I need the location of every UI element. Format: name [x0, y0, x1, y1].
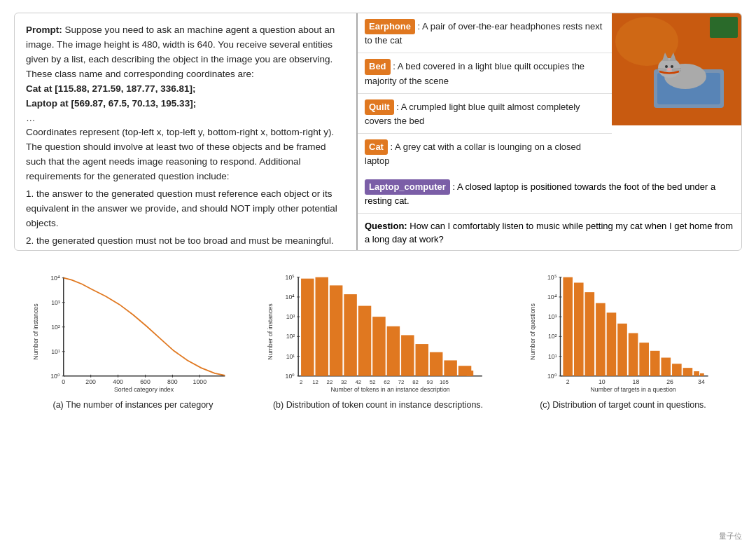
svg-rect-66 [444, 360, 456, 375]
svg-text:82: 82 [412, 379, 419, 385]
svg-text:10: 10 [598, 378, 606, 385]
svg-text:200: 200 [85, 378, 96, 385]
svg-rect-59 [344, 294, 356, 376]
svg-text:1000: 1000 [193, 378, 207, 385]
svg-rect-61 [372, 317, 385, 376]
laptop-row: Laptop_computer : A closed laptop is pos… [358, 174, 741, 214]
chart-b-svg: 10⁰ 10¹ 10² 10³ 10⁴ 10⁵ Number of instan… [259, 270, 497, 396]
rule-2: 2. the generated question must not be to… [26, 234, 345, 249]
cat-content: Cat : A grey cat with a collar is loungi… [358, 134, 612, 173]
cat-coords: Cat at [115.88, 271.59, 187.77, 336.81]; [26, 82, 345, 97]
svg-text:800: 800 [167, 378, 178, 385]
bed-row: Bed : A bed covered in a light blue quil… [358, 53, 612, 93]
svg-text:10¹: 10¹ [286, 353, 295, 360]
laptop-tag: Laptop_computer [365, 179, 450, 195]
svg-text:12: 12 [312, 379, 318, 385]
svg-text:0: 0 [62, 378, 65, 385]
svg-rect-99 [596, 303, 606, 376]
svg-point-10 [671, 65, 673, 68]
top-section: Prompt: Suppose you need to ask an machi… [14, 13, 742, 251]
svg-text:10⁴: 10⁴ [547, 294, 557, 301]
svg-text:2: 2 [566, 378, 570, 385]
svg-text:600: 600 [140, 378, 150, 385]
svg-text:22: 22 [327, 379, 333, 385]
svg-rect-62 [387, 326, 400, 376]
chart-a-svg: 10⁰ 10¹ 10² 10³ 10⁴ Number of instances … [14, 270, 252, 396]
chart-c-svg: 10⁰ 10¹ 10² 10³ 10⁴ 10⁵ Number of questi… [504, 270, 742, 396]
svg-text:34: 34 [698, 378, 705, 385]
cat-desc: : A grey cat with a collar is lounging o… [365, 142, 581, 166]
watermark: 量子位 [719, 531, 742, 541]
svg-rect-58 [330, 285, 342, 375]
svg-rect-102 [629, 333, 638, 376]
chart-b-caption: (b) Distribution of token count in insta… [266, 399, 490, 412]
svg-text:10⁰: 10⁰ [547, 373, 557, 380]
chart-c-box: 10⁰ 10¹ 10² 10³ 10⁴ 10⁵ Number of questi… [504, 270, 742, 396]
ellipsis: … [26, 111, 345, 126]
right-top: Earphone : A pair of over-the-ear headph… [358, 13, 741, 174]
svg-rect-68 [466, 371, 473, 376]
bed-content: Bed : A bed covered in a light blue quil… [358, 53, 612, 92]
svg-rect-109 [700, 373, 704, 376]
svg-rect-106 [672, 364, 682, 376]
svg-rect-3 [710, 17, 738, 38]
bed-desc: : A bed covered in a light blue quilt oc… [365, 61, 584, 85]
svg-rect-63 [401, 335, 414, 375]
svg-text:72: 72 [398, 379, 405, 385]
svg-text:10³: 10³ [51, 299, 60, 306]
svg-text:52: 52 [370, 379, 376, 385]
cat-scene-svg [612, 13, 741, 125]
cat-row: Cat : A grey cat with a collar is loungi… [358, 134, 612, 173]
svg-point-11 [667, 68, 671, 71]
svg-text:32: 32 [341, 379, 347, 385]
chart-c-container: 10⁰ 10¹ 10² 10³ 10⁴ 10⁵ Number of questi… [504, 270, 742, 412]
svg-rect-64 [416, 344, 428, 376]
svg-text:42: 42 [355, 379, 361, 385]
svg-text:Number of questions: Number of questions [529, 303, 536, 360]
chart-b-container: 10⁰ 10¹ 10² 10³ 10⁴ 10⁵ Number of instan… [259, 270, 497, 412]
svg-text:10⁰: 10⁰ [286, 373, 295, 380]
bed-tag: Bed [365, 59, 391, 74]
coords-desc: Coordinates represent (top-left x, top-l… [26, 125, 345, 184]
question-row: Question: How can I comfortably listen t… [358, 214, 741, 250]
svg-text:105: 105 [440, 379, 449, 385]
svg-text:10³: 10³ [548, 313, 557, 320]
svg-rect-96 [563, 277, 573, 376]
svg-rect-107 [683, 368, 693, 376]
svg-text:10⁰: 10⁰ [50, 373, 60, 380]
svg-text:93: 93 [427, 379, 433, 385]
prompt-text: Suppose you need to ask an machine agent… [26, 25, 335, 79]
earphone-row: Earphone : A pair of over-the-ear headph… [358, 13, 612, 53]
svg-rect-103 [639, 343, 649, 376]
svg-text:62: 62 [384, 379, 390, 385]
svg-rect-56 [301, 279, 314, 376]
svg-text:10⁴: 10⁴ [286, 294, 295, 301]
chart-a-box: 10⁰ 10¹ 10² 10³ 10⁴ Number of instances … [14, 270, 252, 396]
svg-rect-97 [574, 283, 584, 376]
chart-a-caption: (a) The number of instances per category [46, 399, 220, 412]
svg-text:10⁵: 10⁵ [547, 274, 557, 281]
svg-text:Number of instances: Number of instances [267, 303, 274, 360]
left-panel: Prompt: Suppose you need to ask an machi… [15, 13, 358, 250]
svg-text:10²: 10² [286, 333, 295, 340]
svg-rect-98 [585, 292, 595, 376]
chart-a-container: 10⁰ 10¹ 10² 10³ 10⁴ Number of instances … [14, 270, 252, 412]
svg-rect-60 [358, 306, 371, 376]
svg-text:Number of instances: Number of instances [32, 303, 39, 360]
question-label: Question: [365, 221, 407, 231]
svg-text:2: 2 [300, 379, 302, 385]
svg-rect-100 [607, 312, 617, 375]
right-panel: Earphone : A pair of over-the-ear headph… [358, 13, 741, 250]
svg-text:10²: 10² [548, 333, 557, 340]
svg-text:10¹: 10¹ [51, 348, 60, 355]
svg-rect-57 [315, 277, 328, 376]
cat-tag: Cat [365, 139, 388, 155]
earphone-content: Earphone : A pair of over-the-ear headph… [358, 13, 612, 53]
quilt-desc: : A crumpled light blue quilt almost com… [365, 102, 580, 126]
svg-rect-65 [430, 352, 442, 376]
laptop-coords: Laptop at [569.87, 67.5, 70.13, 195.33]; [26, 97, 345, 111]
svg-point-9 [665, 65, 668, 68]
svg-text:Sorted category index: Sorted category index [114, 386, 174, 393]
svg-text:400: 400 [113, 378, 123, 385]
svg-rect-108 [694, 371, 699, 376]
